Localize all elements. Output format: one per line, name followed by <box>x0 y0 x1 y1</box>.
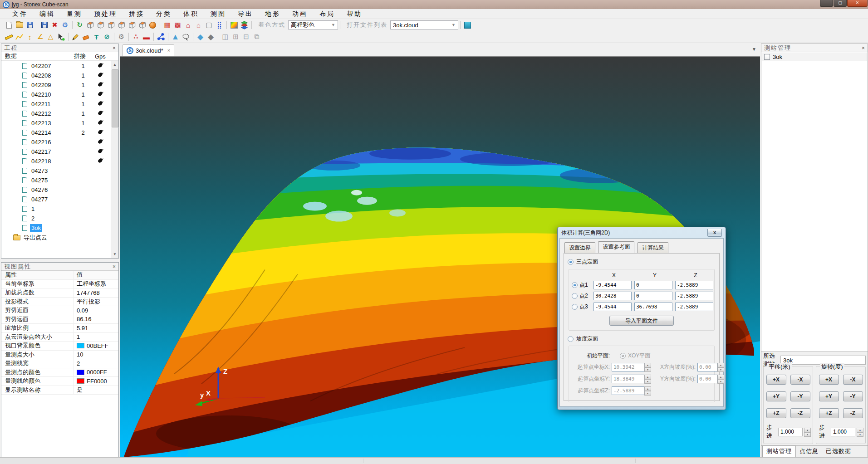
tree-item[interactable]: 042213 1 <box>1 118 111 128</box>
point-x-input[interactable] <box>593 281 632 289</box>
tree-item[interactable]: 3ok <box>1 223 111 233</box>
three-point-radio[interactable] <box>568 259 574 265</box>
close-panel-icon[interactable]: × <box>113 45 116 51</box>
tree-item[interactable]: 042209 1 <box>1 80 111 90</box>
window-split-grid-icon[interactable]: ⊞ <box>230 32 241 42</box>
property-row[interactable]: 点云渲染点的大小 1 <box>1 333 118 342</box>
tree-item-label[interactable]: 042214 <box>30 129 52 137</box>
tree-folder-item[interactable]: 导出点云 <box>1 233 111 242</box>
measure-height-icon[interactable]: ↕ <box>25 32 35 42</box>
tab-selected-data[interactable]: 已选数据 <box>822 446 855 457</box>
lasso-icon[interactable] <box>181 32 191 42</box>
property-row[interactable]: 量测线的颜色 FF0000 <box>1 377 118 386</box>
shading-mode-dropdown[interactable]: 高程彩色 ▼ <box>288 20 338 29</box>
clip-red-icon[interactable]: ▬ <box>141 32 152 42</box>
point-radio[interactable] <box>572 304 578 310</box>
maximize-button-icon[interactable]: ▢ <box>834 0 847 7</box>
slope-x-input[interactable] <box>697 363 717 371</box>
property-row[interactable]: 加载总点数 1747768 <box>1 288 118 298</box>
xoy-plane-radio[interactable] <box>620 353 626 359</box>
file-list-dropdown[interactable]: 3ok.cloud ▼ <box>390 20 458 29</box>
clip-box-bottom-icon[interactable] <box>137 20 147 30</box>
volume-dialog[interactable]: 体积计算(三角网2D) x 设置边界 设置参考面 计算结果 三点定面 X Y <box>557 227 726 410</box>
tab-calc-result[interactable]: 计算结果 <box>638 242 668 253</box>
property-row[interactable]: 当前坐标系 工程坐标系 <box>1 280 118 289</box>
menu-item[interactable]: 预处理 <box>88 10 123 18</box>
select-frame-icon[interactable]: ▢ <box>204 20 214 30</box>
tree-item[interactable]: 04273 <box>1 166 111 176</box>
measure-polyline-icon[interactable] <box>14 32 25 42</box>
import-plane-file-button[interactable]: 导入平面文件 <box>609 316 674 326</box>
property-row[interactable]: 剪切近面 0.09 <box>1 306 118 315</box>
menu-item[interactable]: 编辑 <box>34 10 61 18</box>
menu-item[interactable]: 帮助 <box>341 10 368 18</box>
tree-item[interactable]: 042210 1 <box>1 90 111 99</box>
dialog-title-bar[interactable]: 体积计算(三角网2D) x <box>559 227 724 238</box>
property-row[interactable]: 量测点大小 10 <box>1 351 118 360</box>
rotate-button[interactable]: +Z <box>819 408 839 418</box>
window-split-horizontal-icon[interactable]: ⊟ <box>241 32 251 42</box>
tree-item[interactable]: 042218 <box>1 156 111 166</box>
project-scrollbar[interactable]: ▲ ▼ <box>111 61 118 258</box>
sphere-icon[interactable] <box>147 20 158 30</box>
menu-item[interactable]: 导出 <box>232 10 259 18</box>
tree-item-label[interactable]: 04273 <box>30 167 49 175</box>
molecule-icon[interactable] <box>156 32 166 42</box>
eraser-icon[interactable] <box>81 32 91 42</box>
layers-icon[interactable] <box>239 20 250 30</box>
select-outside-icon[interactable]: ⌂ <box>193 20 204 30</box>
clip-box-top-icon[interactable] <box>127 20 137 30</box>
open-file-icon[interactable] <box>14 20 25 30</box>
close-button-icon[interactable]: ✕ <box>847 0 868 7</box>
tree-item[interactable]: 042217 <box>1 147 111 156</box>
tab-set-reference-plane[interactable]: 设置参考面 <box>598 241 634 253</box>
tree-item[interactable]: 042211 1 <box>1 99 111 109</box>
slope-y-input[interactable] <box>697 375 717 383</box>
tree-item-label[interactable]: 042210 <box>30 91 52 98</box>
menu-item[interactable]: 文件 <box>6 10 34 18</box>
tab-point-info[interactable]: 点信息 <box>796 446 822 457</box>
clear-measure-icon[interactable]: ⊘ <box>102 32 112 42</box>
point-z-input[interactable] <box>675 292 713 300</box>
tree-item[interactable]: 1 <box>1 204 111 214</box>
property-row[interactable]: 视口背景颜色 00BEFF <box>1 342 118 351</box>
station-label[interactable]: 3ok <box>773 54 782 60</box>
property-row[interactable]: 缩放比例 5.91 <box>1 324 118 333</box>
measure-area-icon[interactable]: △ <box>45 32 56 42</box>
tree-item[interactable]: 04275 <box>1 176 111 185</box>
tree-item[interactable]: 042212 1 <box>1 109 111 118</box>
point-x-input[interactable] <box>593 303 632 311</box>
refresh-icon[interactable]: ↻ <box>74 20 85 30</box>
rotate-button[interactable]: -Z <box>843 408 863 418</box>
gem-gray-icon[interactable]: ◆ <box>206 32 216 42</box>
tree-item[interactable]: 042216 <box>1 137 111 147</box>
translate-button[interactable]: -X <box>790 375 810 385</box>
panel-toggle-icon[interactable] <box>462 20 473 30</box>
clip-box-right-icon[interactable] <box>95 20 106 30</box>
scroll-down-icon[interactable]: ▼ <box>111 251 118 258</box>
start-y-input[interactable] <box>612 375 644 383</box>
property-row[interactable]: 剪切远面 86.16 <box>1 315 118 324</box>
tree-item-label[interactable]: 042217 <box>30 148 52 156</box>
point-y-input[interactable] <box>634 281 672 289</box>
colormap-icon[interactable] <box>229 20 239 30</box>
scroll-up-icon[interactable]: ▲ <box>111 61 118 68</box>
minimize-button-icon[interactable]: — <box>820 0 833 7</box>
translate-button[interactable]: +Y <box>766 391 786 401</box>
measure-settings-gear-icon[interactable]: ⚙ <box>116 32 127 42</box>
rotate-button[interactable]: -X <box>843 375 863 385</box>
translate-button[interactable]: +X <box>766 375 786 385</box>
step-input[interactable] <box>778 428 803 436</box>
tree-item-label[interactable]: 04277 <box>30 195 49 203</box>
close-panel-icon[interactable]: × <box>113 264 116 270</box>
dialog-close-icon[interactable]: x <box>707 229 722 237</box>
tree-item-label[interactable]: 3ok <box>30 224 42 232</box>
step-input[interactable] <box>831 428 855 436</box>
start-z-input[interactable] <box>612 386 644 395</box>
tab-set-boundary[interactable]: 设置边界 <box>564 242 595 253</box>
menu-item[interactable]: 布局 <box>314 10 341 18</box>
tab-station-manage[interactable]: 测站管理 <box>762 445 796 457</box>
clip-box-left-icon[interactable] <box>85 20 95 30</box>
slope-plane-radio[interactable] <box>568 336 574 342</box>
point-radio[interactable] <box>572 293 578 299</box>
